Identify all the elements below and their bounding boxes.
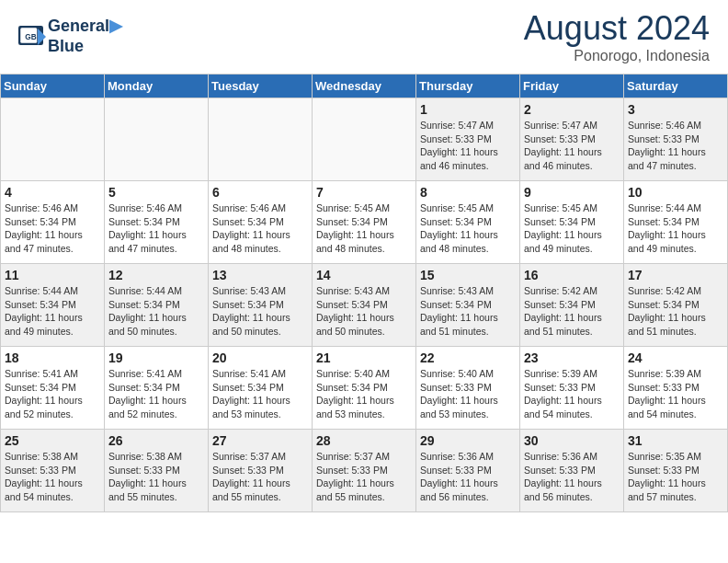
day-info: Sunrise: 5:44 AMSunset: 5:34 PMDaylight:… [628,201,723,256]
calendar-cell: 18Sunrise: 5:41 AMSunset: 5:34 PMDayligh… [1,347,105,430]
day-info: Sunrise: 5:44 AMSunset: 5:34 PMDaylight:… [108,284,204,339]
logo-icon: GB [18,26,46,48]
calendar-cell: 12Sunrise: 5:44 AMSunset: 5:34 PMDayligh… [105,264,209,347]
calendar-cell: 1Sunrise: 5:47 AMSunset: 5:33 PMDaylight… [416,98,520,181]
calendar-table: SundayMondayTuesdayWednesdayThursdayFrid… [0,74,728,512]
day-info: Sunrise: 5:46 AMSunset: 5:34 PMDaylight:… [212,201,308,256]
weekday-header: Sunday [1,75,105,98]
day-number: 25 [5,433,100,448]
day-number: 2 [524,102,620,117]
calendar-cell: 25Sunrise: 5:38 AMSunset: 5:33 PMDayligh… [1,430,105,512]
day-info: Sunrise: 5:43 AMSunset: 5:34 PMDaylight:… [212,284,308,339]
calendar-header-row: SundayMondayTuesdayWednesdayThursdayFrid… [1,75,728,98]
calendar-cell: 4Sunrise: 5:46 AMSunset: 5:34 PMDaylight… [1,181,105,264]
day-info: Sunrise: 5:39 AMSunset: 5:33 PMDaylight:… [524,367,620,421]
calendar-cell: 27Sunrise: 5:37 AMSunset: 5:33 PMDayligh… [209,430,313,512]
day-info: Sunrise: 5:43 AMSunset: 5:34 PMDaylight:… [316,284,412,339]
day-number: 30 [524,433,620,448]
day-number: 3 [628,102,723,117]
day-number: 12 [108,268,204,282]
day-number: 26 [108,433,204,448]
day-number: 17 [628,268,723,282]
day-info: Sunrise: 5:43 AMSunset: 5:34 PMDaylight:… [420,284,516,339]
month-year: August 2024 [524,9,710,48]
day-info: Sunrise: 5:40 AMSunset: 5:33 PMDaylight:… [420,367,516,421]
svg-text:GB: GB [25,33,36,41]
calendar-cell: 15Sunrise: 5:43 AMSunset: 5:34 PMDayligh… [416,264,520,347]
weekday-header: Saturday [624,75,728,98]
day-number: 9 [524,185,620,200]
day-number: 27 [212,433,308,448]
weekday-header: Thursday [416,75,520,98]
day-number: 19 [108,350,204,365]
calendar-cell: 13Sunrise: 5:43 AMSunset: 5:34 PMDayligh… [209,264,313,347]
calendar-cell: 8Sunrise: 5:45 AMSunset: 5:34 PMDaylight… [416,181,520,264]
calendar-cell: 28Sunrise: 5:37 AMSunset: 5:33 PMDayligh… [313,430,416,512]
day-info: Sunrise: 5:46 AMSunset: 5:34 PMDaylight:… [108,201,204,256]
day-info: Sunrise: 5:37 AMSunset: 5:33 PMDaylight:… [316,450,412,504]
day-info: Sunrise: 5:40 AMSunset: 5:34 PMDaylight:… [316,367,412,421]
day-info: Sunrise: 5:38 AMSunset: 5:33 PMDaylight:… [108,450,204,504]
weekday-header: Monday [105,75,209,98]
day-info: Sunrise: 5:47 AMSunset: 5:33 PMDaylight:… [524,119,620,173]
day-number: 7 [316,185,412,200]
calendar-cell: 7Sunrise: 5:45 AMSunset: 5:34 PMDaylight… [313,181,416,264]
day-number: 6 [212,185,308,200]
logo: GB General▶ Blue [18,17,122,56]
day-number: 10 [628,185,723,200]
day-number: 18 [5,350,100,365]
day-info: Sunrise: 5:45 AMSunset: 5:34 PMDaylight:… [420,201,516,256]
calendar-cell [1,98,105,181]
day-number: 13 [212,268,308,282]
calendar-cell: 24Sunrise: 5:39 AMSunset: 5:33 PMDayligh… [624,347,728,430]
day-info: Sunrise: 5:38 AMSunset: 5:33 PMDaylight:… [5,450,100,504]
calendar-cell: 2Sunrise: 5:47 AMSunset: 5:33 PMDaylight… [520,98,624,181]
day-number: 16 [524,268,620,282]
calendar-cell: 26Sunrise: 5:38 AMSunset: 5:33 PMDayligh… [105,430,209,512]
page-header: GB General▶ Blue August 2024 Ponorogo, I… [0,0,728,69]
day-number: 24 [628,350,723,365]
day-number: 15 [420,268,516,282]
day-info: Sunrise: 5:37 AMSunset: 5:33 PMDaylight:… [212,450,308,504]
day-number: 1 [420,102,516,117]
calendar-cell: 29Sunrise: 5:36 AMSunset: 5:33 PMDayligh… [416,430,520,512]
calendar-cell: 9Sunrise: 5:45 AMSunset: 5:34 PMDaylight… [520,181,624,264]
day-info: Sunrise: 5:41 AMSunset: 5:34 PMDaylight:… [5,367,100,421]
calendar-cell: 16Sunrise: 5:42 AMSunset: 5:34 PMDayligh… [520,264,624,347]
calendar-cell: 22Sunrise: 5:40 AMSunset: 5:33 PMDayligh… [416,347,520,430]
calendar-week-row: 25Sunrise: 5:38 AMSunset: 5:33 PMDayligh… [1,430,728,512]
calendar-cell: 3Sunrise: 5:46 AMSunset: 5:33 PMDaylight… [624,98,728,181]
weekday-header: Tuesday [209,75,313,98]
calendar-cell: 10Sunrise: 5:44 AMSunset: 5:34 PMDayligh… [624,181,728,264]
calendar-cell [105,98,209,181]
calendar-week-row: 1Sunrise: 5:47 AMSunset: 5:33 PMDaylight… [1,98,728,181]
calendar-week-row: 11Sunrise: 5:44 AMSunset: 5:34 PMDayligh… [1,264,728,347]
title-block: August 2024 Ponorogo, Indonesia [524,9,710,64]
day-number: 14 [316,268,412,282]
day-number: 21 [316,350,412,365]
calendar-cell [209,98,313,181]
day-info: Sunrise: 5:42 AMSunset: 5:34 PMDaylight:… [628,284,723,339]
calendar-cell: 17Sunrise: 5:42 AMSunset: 5:34 PMDayligh… [624,264,728,347]
calendar-week-row: 4Sunrise: 5:46 AMSunset: 5:34 PMDaylight… [1,181,728,264]
day-number: 20 [212,350,308,365]
day-number: 22 [420,350,516,365]
day-info: Sunrise: 5:41 AMSunset: 5:34 PMDaylight:… [108,367,204,421]
calendar-cell: 20Sunrise: 5:41 AMSunset: 5:34 PMDayligh… [209,347,313,430]
day-info: Sunrise: 5:35 AMSunset: 5:33 PMDaylight:… [628,450,723,504]
calendar-cell: 5Sunrise: 5:46 AMSunset: 5:34 PMDaylight… [105,181,209,264]
calendar-cell: 19Sunrise: 5:41 AMSunset: 5:34 PMDayligh… [105,347,209,430]
calendar-cell: 30Sunrise: 5:36 AMSunset: 5:33 PMDayligh… [520,430,624,512]
calendar-week-row: 18Sunrise: 5:41 AMSunset: 5:34 PMDayligh… [1,347,728,430]
day-info: Sunrise: 5:42 AMSunset: 5:34 PMDaylight:… [524,284,620,339]
day-number: 29 [420,433,516,448]
day-info: Sunrise: 5:44 AMSunset: 5:34 PMDaylight:… [5,284,100,339]
calendar-cell: 31Sunrise: 5:35 AMSunset: 5:33 PMDayligh… [624,430,728,512]
day-number: 31 [628,433,723,448]
day-number: 11 [5,268,100,282]
day-number: 8 [420,185,516,200]
day-number: 4 [5,185,100,200]
day-info: Sunrise: 5:46 AMSunset: 5:34 PMDaylight:… [5,201,100,256]
day-info: Sunrise: 5:47 AMSunset: 5:33 PMDaylight:… [420,119,516,173]
day-number: 23 [524,350,620,365]
